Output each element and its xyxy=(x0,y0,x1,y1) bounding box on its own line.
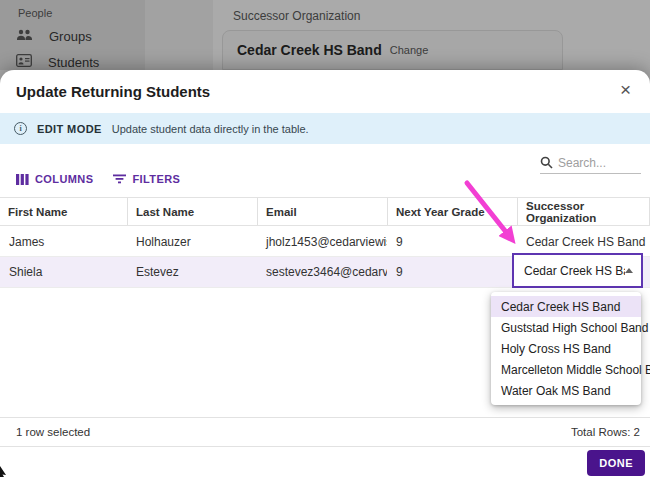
edit-mode-message: Update student data directly in the tabl… xyxy=(112,123,309,135)
columns-button[interactable]: COLUMNS xyxy=(16,173,93,185)
column-header-next-year-grade[interactable]: Next Year Grade xyxy=(387,198,517,225)
table-footer: 1 row selected Total Rows: 2 xyxy=(0,417,650,447)
close-icon[interactable]: × xyxy=(620,79,631,101)
menu-option[interactable]: Marcelleton Middle School Band xyxy=(491,359,641,380)
cell-first-name[interactable]: James xyxy=(0,227,127,256)
info-icon: i xyxy=(14,122,27,135)
filter-icon xyxy=(113,174,126,184)
cell-first-name[interactable]: Shiela xyxy=(0,257,127,287)
columns-icon xyxy=(16,174,29,185)
total-rows: Total Rows: 2 xyxy=(571,426,640,438)
column-header-successor-organization[interactable]: Successor Organization xyxy=(517,198,650,225)
update-returning-students-dialog: Update Returning Students × i EDIT MODE … xyxy=(0,70,650,477)
cell-email[interactable]: jholz1453@cedarviewisd.edu xyxy=(257,227,387,256)
chevron-up-icon xyxy=(625,268,633,273)
select-value: Cedar Creek HS Band xyxy=(524,264,625,278)
cell-next-year-grade[interactable]: 9 xyxy=(387,227,517,256)
menu-option[interactable]: Cedar Creek HS Band xyxy=(491,296,641,317)
menu-option[interactable]: Holy Cross HS Band xyxy=(491,338,641,359)
cell-successor-organization[interactable]: Cedar Creek HS Band xyxy=(517,227,650,256)
screen: People Groups xyxy=(0,0,650,477)
successor-organization-menu: Cedar Creek HS Band Guststad High School… xyxy=(491,292,641,405)
cell-next-year-grade[interactable]: 9 xyxy=(387,257,517,287)
grid-toolbar: COLUMNS FILTERS xyxy=(16,173,180,185)
cell-last-name[interactable]: Holhauzer xyxy=(127,227,257,256)
filters-button[interactable]: FILTERS xyxy=(113,173,180,185)
column-header-email[interactable]: Email xyxy=(257,198,387,225)
edit-mode-banner: i EDIT MODE Update student data directly… xyxy=(0,113,650,144)
menu-option[interactable]: Water Oak MS Band xyxy=(491,380,641,401)
search-input[interactable] xyxy=(558,156,634,170)
cell-last-name[interactable]: Estevez xyxy=(127,257,257,287)
column-header-last-name[interactable]: Last Name xyxy=(127,198,257,225)
filters-button-label: FILTERS xyxy=(132,173,180,185)
done-button[interactable]: DONE xyxy=(587,450,645,476)
search-box[interactable] xyxy=(540,152,641,174)
dialog-title: Update Returning Students xyxy=(16,83,210,100)
selection-count: 1 row selected xyxy=(16,426,90,438)
menu-option[interactable]: Guststad High School Band xyxy=(491,317,641,338)
columns-button-label: COLUMNS xyxy=(35,173,93,185)
table-header-row: First Name Last Name Email Next Year Gra… xyxy=(0,197,650,226)
cell-email[interactable]: sestevez3464@cedarviewisd.e... xyxy=(257,257,387,287)
column-header-first-name[interactable]: First Name xyxy=(0,198,127,225)
edit-mode-label: EDIT MODE xyxy=(37,123,102,135)
successor-organization-select[interactable]: Cedar Creek HS Band xyxy=(512,253,643,288)
search-icon xyxy=(540,156,553,169)
